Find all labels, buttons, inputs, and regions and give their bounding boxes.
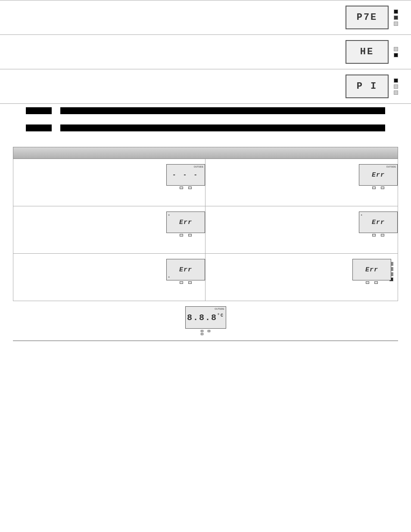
cell6-connectors (366, 281, 378, 284)
bottom-lcd-base: OUTSIDE 8.8.8°C (190, 306, 221, 335)
lcd-display-2: HE (346, 40, 389, 64)
section-header-2 (0, 124, 411, 131)
cell4-lcd: Err ✦ (359, 212, 398, 233)
led-3-2 (394, 84, 398, 89)
cell3-lcd-base: Err ✦ (171, 212, 201, 236)
lcd-text-2: HE (360, 47, 374, 57)
led-3-3 (394, 90, 398, 95)
cell5-connectors (180, 281, 192, 284)
bottom-conn-left (201, 330, 203, 335)
section-text-1 (0, 116, 411, 121)
display-section: P7E HE (0, 0, 411, 104)
cell4-flash: ✦ (361, 213, 363, 217)
cell2-connectors (372, 187, 384, 189)
conn10 (188, 281, 192, 284)
cell5-lcd-base: Err ✦ (171, 259, 201, 284)
led-group-1 (394, 9, 398, 26)
conn7 (372, 234, 376, 236)
cell4-lcd-base: Err ✦ (363, 212, 393, 236)
conn3 (372, 187, 376, 189)
conn2 (188, 187, 192, 189)
section-text-2 (0, 133, 411, 138)
cell3-content: Err ✦ (18, 212, 201, 236)
lcd-text-3: P I (357, 81, 378, 92)
section-header-1 (0, 107, 411, 114)
lcd-display-1: P7E (346, 6, 389, 29)
bottom-cell: OUTSIDE 8.8.8°C (13, 301, 398, 341)
table-cell-5: Err ✦ (13, 254, 206, 301)
row2-right: HE (325, 40, 411, 64)
led-2-2 (394, 53, 398, 57)
bottom-lcd-text: 8.8.8°C (187, 313, 224, 323)
bconn3 (208, 330, 210, 332)
display-row-3: P I (0, 69, 411, 104)
section-bar-left-2 (26, 124, 52, 131)
conn4 (381, 187, 384, 189)
cell5-lcd: Err ✦ (166, 259, 205, 280)
display-row-1: P7E (0, 0, 411, 35)
cell6-lcd-text: Err (365, 266, 378, 274)
cell6-lcd: Err (352, 259, 391, 280)
cell5-content: Err ✦ (18, 259, 201, 284)
row3-right: P I (325, 75, 411, 98)
display-row-2: HE (0, 35, 411, 69)
table-cell-2: OUTSIDE Err (206, 159, 398, 206)
bottom-conn-right (208, 330, 210, 335)
conn11 (366, 281, 369, 284)
cell6-lcd-base: Err (357, 259, 387, 284)
cell1-content: OUTSIDE - - - (18, 164, 201, 189)
cell1-lcd-base: OUTSIDE - - - (171, 164, 201, 189)
cell2-lcd-base: OUTSIDE Err (363, 164, 393, 189)
cell1-lcd-text: - - - (172, 171, 199, 178)
cell5-lcd-text: Err (179, 266, 192, 274)
conn8 (381, 234, 384, 236)
table-cell-3: Err ✦ (13, 206, 206, 254)
cell6-content: Err (210, 259, 393, 284)
led-1-2 (394, 16, 398, 20)
section-bar-right-1 (60, 107, 385, 114)
table-cell-1: OUTSIDE - - - (13, 159, 206, 206)
cell1-outside-label: OUTSIDE (194, 165, 203, 168)
table-cell-6: Err (206, 254, 398, 301)
cell2-lcd: OUTSIDE Err (359, 164, 398, 186)
cell4-content: Err ✦ (210, 212, 393, 236)
page-wrapper: P7E HE (0, 0, 411, 341)
cell3-lcd-text: Err (179, 219, 192, 226)
lcd-display-3: P I (346, 75, 389, 98)
table-section: OUTSIDE - - - OUT (13, 147, 398, 341)
bottom-connectors-row (201, 330, 210, 335)
section-bar-left-1 (26, 107, 52, 114)
led-1-3 (394, 22, 398, 26)
bottom-lcd: OUTSIDE 8.8.8°C (185, 306, 226, 329)
cell2-lcd-text: Err (372, 171, 385, 179)
conn9 (180, 281, 183, 284)
cell6-inner: Err (357, 259, 393, 284)
led-2-1 (394, 47, 398, 51)
row3-text (0, 82, 325, 91)
cell3-flash: ✦ (168, 213, 170, 217)
cell1-connectors (180, 187, 192, 189)
bconn1 (201, 330, 203, 332)
row1-text (0, 13, 325, 22)
cell3-connectors (180, 234, 192, 236)
cell4-lcd-text: Err (372, 219, 385, 226)
bottom-outside-label: OUTSIDE (215, 308, 224, 310)
cell2-outside-label: OUTSIDE (386, 165, 396, 168)
conn1 (180, 187, 183, 189)
row2-text (0, 48, 325, 56)
led-group-3 (394, 78, 398, 95)
table-bottom-border (13, 341, 398, 341)
row1-right: P7E (325, 6, 411, 29)
cell5-flash: ✦ (168, 275, 170, 279)
table-cell-4: Err ✦ (206, 206, 398, 254)
conn6 (188, 234, 192, 236)
cell1-lcd: OUTSIDE - - - (166, 164, 205, 186)
bconn2 (201, 333, 203, 335)
cell2-content: OUTSIDE Err (210, 164, 393, 189)
conn5 (180, 234, 183, 236)
led-3-1 (394, 78, 398, 83)
conn12 (374, 281, 378, 284)
cell3-lcd: Err ✦ (166, 212, 205, 233)
table-header (13, 147, 398, 159)
led-group-2 (394, 47, 398, 57)
